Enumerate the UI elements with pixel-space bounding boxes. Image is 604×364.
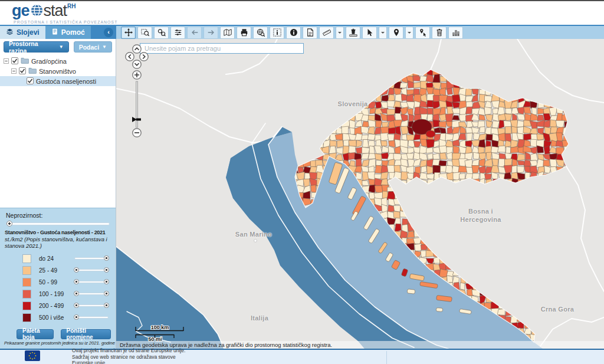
sidebar-collapse-button[interactable]: ‹ (104, 28, 113, 37)
legend-class-row: 500 i više (5, 312, 111, 324)
overview-map-button[interactable] (220, 27, 235, 39)
report-button[interactable] (303, 27, 317, 39)
identify-area-button[interactable] (270, 27, 284, 39)
country-label: San Marino (235, 231, 272, 239)
layers-sidebar: Prostorna razina▼ Podaci▼ Grad/općinaSta… (0, 39, 116, 349)
class-range-slider[interactable] (74, 303, 109, 309)
app-logo: ge stat RH PROSTORNA I STATISTIČKA POVEZ… (12, 3, 117, 24)
tree-row-0[interactable]: Grad/općina (0, 56, 116, 66)
buildings-button[interactable] (448, 27, 463, 39)
pan-north-button[interactable] (133, 45, 141, 53)
print-button[interactable] (237, 27, 251, 39)
clear-measure-button[interactable] (346, 27, 360, 39)
class-range-slider[interactable] (74, 256, 109, 262)
class-slider-thumb-left[interactable] (74, 279, 79, 284)
class-slider-thumb-left[interactable] (74, 314, 79, 320)
map-render (116, 39, 604, 349)
country-label: Slovenija (338, 100, 368, 109)
tab-help[interactable]: Pomoć (45, 26, 91, 39)
class-label: 100 - 199 (39, 291, 74, 297)
pan-tool-button[interactable] (121, 27, 136, 39)
next-icon (207, 28, 215, 37)
layer-checkbox[interactable] (19, 67, 26, 76)
caret-icon (406, 28, 413, 37)
layer-label[interactable]: Stanovništvo (39, 68, 76, 75)
feature-info-button[interactable] (286, 27, 301, 39)
pick-location-button[interactable] (415, 27, 430, 39)
tab-toolbar-row: Slojevi Pomoć ‹ (0, 25, 604, 39)
class-slider-thumb-right[interactable] (104, 291, 109, 296)
layer-label[interactable]: Gustoća naseljenosti (36, 78, 96, 85)
report-icon (306, 28, 314, 37)
opacity-slider[interactable] (6, 221, 110, 227)
previous-extent-button[interactable] (187, 27, 202, 39)
select-options-caret[interactable] (379, 27, 387, 39)
chevron-down-icon: ▼ (59, 44, 64, 50)
class-range-slider[interactable] (74, 268, 109, 274)
class-label: 500 i više (39, 314, 74, 321)
pan-south-button[interactable] (133, 60, 141, 68)
class-range-slider[interactable] (74, 291, 109, 297)
class-label: 50 - 99 (39, 279, 74, 286)
opacity-slider-thumb[interactable] (6, 221, 12, 227)
class-color-swatch (22, 301, 31, 310)
add-pin-button[interactable] (389, 27, 403, 39)
palette-button[interactable]: Paleta boja (17, 329, 54, 339)
class-slider-thumb-right[interactable] (104, 279, 109, 284)
layer-label[interactable]: Grad/općina (31, 58, 67, 65)
class-range-slider[interactable] (74, 315, 109, 321)
measure-icon (323, 28, 331, 37)
layer-checkbox[interactable] (27, 77, 34, 86)
zoom-window-button[interactable] (137, 27, 152, 39)
geo-search-button[interactable] (253, 27, 268, 39)
collapse-expander-icon[interactable] (4, 58, 9, 65)
logo-sup-rh: RH (67, 4, 76, 9)
class-slider-thumb-left[interactable] (74, 267, 79, 273)
select-tool-button[interactable] (362, 27, 377, 39)
class-label: 25 - 49 (39, 267, 74, 274)
pan-west-button[interactable] (126, 53, 134, 61)
tab-layers[interactable]: Slojevi (0, 26, 45, 39)
class-range-slider[interactable] (74, 280, 109, 286)
opacity-slider-track[interactable] (6, 222, 110, 225)
identify-icon (273, 28, 281, 37)
zoom-scale-button[interactable] (170, 27, 185, 39)
class-color-swatch (22, 313, 31, 322)
chevron-down-icon: ▼ (102, 44, 107, 50)
country-label: Bosna iHercegovina (460, 208, 501, 224)
pick-location-icon (419, 28, 427, 37)
measure-button[interactable] (319, 27, 334, 39)
collapse-expander-icon[interactable] (11, 68, 17, 75)
app-header: ge stat RH PROSTORNA I STATISTIČKA POVEZ… (0, 0, 604, 25)
trash-icon (435, 28, 444, 37)
reset-changes-button[interactable]: Poništi promjene (61, 329, 111, 339)
class-slider-thumb-right[interactable] (104, 267, 109, 273)
footer-separator (386, 351, 387, 364)
clear-graphics-button[interactable] (432, 27, 447, 39)
spatial-level-dropdown[interactable]: Prostorna razina▼ (4, 41, 69, 53)
next-extent-button[interactable] (203, 27, 218, 39)
class-color-swatch (22, 254, 31, 263)
pan-icon (124, 28, 133, 37)
measure-options-caret[interactable] (336, 27, 344, 39)
tree-row-1[interactable]: Stanovništvo (0, 66, 116, 76)
map-canvas[interactable]: SlovenijaBosna iHercegovinaSan MarinoIta… (116, 39, 604, 349)
svg-text:100 km: 100 km (151, 324, 169, 330)
class-slider-thumb-left[interactable] (74, 303, 79, 308)
zoom-in-out-button[interactable] (154, 27, 169, 39)
spatial-level-label: Prostorna razina (9, 40, 56, 54)
tree-row-2[interactable]: Gustoća naseljenosti (0, 76, 116, 86)
data-dropdown[interactable]: Podaci▼ (74, 41, 112, 53)
search-input[interactable] (140, 43, 304, 54)
class-slider-thumb-right[interactable] (104, 255, 109, 261)
class-slider-thumb-right[interactable] (104, 303, 109, 308)
legend-class-row: 200 - 499 (5, 300, 111, 312)
zoom-control[interactable] (122, 41, 152, 142)
pin-options-caret[interactable] (405, 27, 413, 39)
data-dropdown-label: Podaci (79, 44, 99, 51)
layer-checkbox[interactable] (11, 57, 18, 65)
clear-measure-icon (349, 28, 357, 37)
class-slider-thumb-left[interactable] (74, 291, 79, 296)
cursor-icon (366, 28, 374, 37)
pan-east-button[interactable] (140, 53, 148, 61)
